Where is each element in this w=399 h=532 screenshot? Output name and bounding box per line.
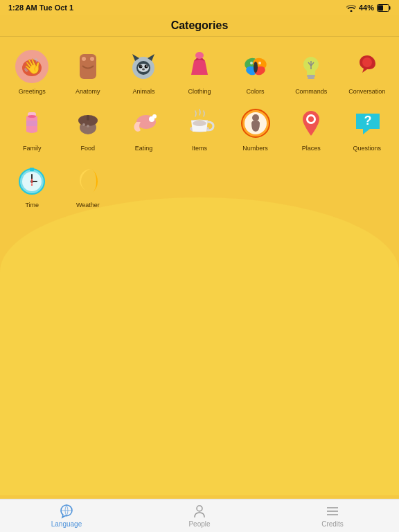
category-conversation[interactable]: Conversation <box>340 44 393 98</box>
tab-people[interactable]: People <box>133 504 266 528</box>
conversation-label: Conversation <box>348 88 385 95</box>
weather-icon <box>68 160 108 200</box>
svg-point-13 <box>138 64 149 72</box>
svg-point-19 <box>195 52 204 59</box>
svg-rect-28 <box>308 77 314 79</box>
svg-point-50 <box>308 116 314 122</box>
status-right: 44% <box>346 3 391 12</box>
tab-bar: Language People Credits <box>0 499 399 532</box>
svg-rect-2 <box>378 5 384 10</box>
weather-label: Weather <box>76 202 100 209</box>
wave-background <box>0 197 399 495</box>
greetings-label: Greetings <box>19 88 46 95</box>
tab-credits[interactable]: Credits <box>266 504 399 528</box>
family-icon <box>12 103 52 143</box>
svg-rect-38 <box>87 115 89 121</box>
battery-icon <box>377 4 391 12</box>
svg-point-25 <box>250 62 253 64</box>
animals-icon <box>123 46 163 87</box>
tab-people-label: People <box>188 520 210 528</box>
food-icon <box>68 103 108 143</box>
category-commands[interactable]: Commands <box>285 44 338 98</box>
questions-label: Questions <box>353 145 381 152</box>
nav-bar: Categories <box>0 15 399 37</box>
places-icon <box>291 103 331 143</box>
category-animals[interactable]: Animals <box>117 44 170 98</box>
categories-grid: 👋 Greetings Anatomy <box>0 37 399 218</box>
status-bar: 1:28 AM Tue Oct 1 44% <box>0 0 399 15</box>
conversation-icon <box>347 46 387 87</box>
category-food[interactable]: Food <box>62 100 115 154</box>
svg-point-26 <box>258 62 261 64</box>
svg-text:?: ? <box>364 114 371 127</box>
language-tab-icon <box>59 504 74 519</box>
svg-point-16 <box>141 65 142 66</box>
status-time: 1:28 AM <box>8 3 37 12</box>
category-greetings[interactable]: 👋 Greetings <box>6 44 59 98</box>
svg-point-7 <box>82 57 86 61</box>
tab-language[interactable]: Language <box>0 504 133 528</box>
anatomy-icon <box>68 46 108 87</box>
food-label: Food <box>81 145 96 152</box>
svg-rect-54 <box>30 168 34 171</box>
clothing-label: Clothing <box>188 88 211 95</box>
commands-icon <box>291 46 331 87</box>
status-time-date: 1:28 AM Tue Oct 1 <box>8 3 73 12</box>
category-anatomy[interactable]: Anatomy <box>62 44 115 98</box>
colors-label: Colors <box>247 88 265 95</box>
svg-text:👋: 👋 <box>23 57 42 76</box>
svg-point-8 <box>90 57 94 61</box>
svg-point-32 <box>362 57 372 67</box>
category-weather[interactable]: Weather <box>62 157 115 211</box>
credits-tab-icon <box>325 504 340 519</box>
svg-point-15 <box>145 65 148 69</box>
category-numbers[interactable]: Numbers <box>229 100 282 154</box>
numbers-label: Numbers <box>242 145 268 152</box>
items-icon <box>179 103 220 143</box>
status-date: Tue Oct 1 <box>39 3 73 12</box>
svg-point-35 <box>28 115 36 118</box>
category-questions[interactable]: ? Questions <box>340 100 393 154</box>
places-label: Places <box>302 145 321 152</box>
svg-point-39 <box>82 123 85 126</box>
wifi-icon <box>346 4 356 12</box>
svg-rect-27 <box>307 75 315 77</box>
svg-point-45 <box>193 121 206 126</box>
commands-label: Commands <box>295 88 327 95</box>
eating-icon <box>123 103 163 143</box>
svg-text:!: ! <box>30 177 34 188</box>
svg-point-60 <box>197 506 202 511</box>
category-eating[interactable]: Eating <box>117 100 170 154</box>
time-label: Time <box>25 202 39 209</box>
greetings-icon: 👋 <box>12 46 52 87</box>
tab-credits-label: Credits <box>321 520 344 528</box>
battery-text: 44% <box>359 3 374 12</box>
svg-rect-34 <box>26 121 37 126</box>
category-items[interactable]: Items <box>173 100 227 154</box>
page-title: Categories <box>171 19 229 31</box>
animals-label: Animals <box>132 88 154 95</box>
clothing-icon <box>179 46 220 87</box>
category-places[interactable]: Places <box>285 100 338 154</box>
svg-point-43 <box>152 114 157 118</box>
svg-point-48 <box>252 114 259 121</box>
svg-point-14 <box>139 65 143 69</box>
svg-rect-1 <box>389 6 391 10</box>
family-label: Family <box>23 145 42 152</box>
svg-point-17 <box>146 65 148 66</box>
svg-point-24 <box>254 62 258 73</box>
eating-label: Eating <box>135 145 153 152</box>
questions-icon: ? <box>347 103 387 143</box>
time-icon: ! <box>12 160 52 200</box>
category-family[interactable]: Family <box>6 100 59 154</box>
numbers-icon <box>236 103 276 143</box>
items-label: Items <box>192 145 207 152</box>
anatomy-label: Anatomy <box>76 88 100 95</box>
tab-language-label: Language <box>51 520 82 528</box>
category-clothing[interactable]: Clothing <box>173 44 227 98</box>
people-tab-icon <box>192 504 207 519</box>
main-content: 👋 Greetings Anatomy <box>0 37 399 495</box>
colors-icon <box>236 46 276 87</box>
category-colors[interactable]: Colors <box>229 44 282 98</box>
category-time[interactable]: ! Time <box>6 157 59 211</box>
